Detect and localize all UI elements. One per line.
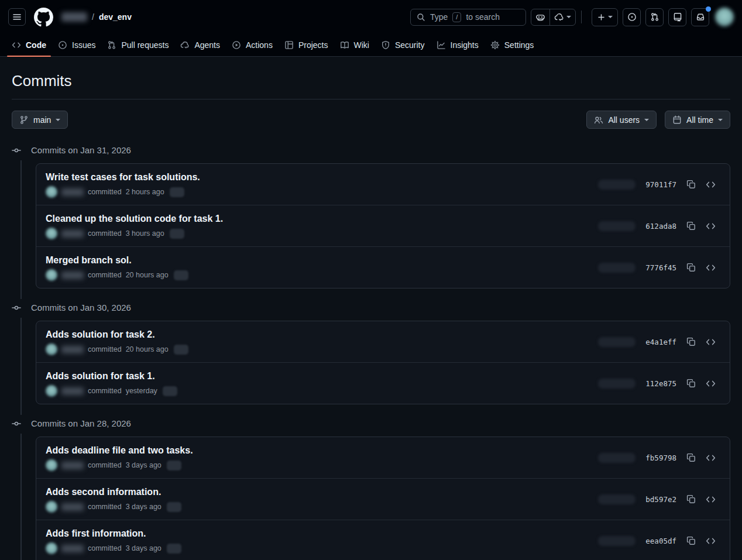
commit-sha-link[interactable]: 112e875 [645, 379, 676, 388]
users-filter-label: All users [608, 115, 640, 125]
tab-actions[interactable]: Actions [226, 34, 279, 56]
time-filter-button[interactable]: All time [665, 111, 730, 129]
copy-sha-button[interactable] [686, 494, 696, 504]
browse-code-button[interactable] [706, 337, 716, 347]
browse-code-button[interactable] [706, 263, 716, 273]
commit-info: Merged branch sol. committed 20 hours ag… [46, 254, 598, 281]
hamburger-menu-button[interactable] [8, 8, 26, 26]
commit-sha-link[interactable]: fb59798 [645, 454, 676, 462]
tab-pull-requests[interactable]: Pull requests [101, 34, 174, 56]
copilot-agents-button[interactable] [549, 9, 575, 25]
tab-insights[interactable]: Insights [431, 34, 485, 56]
browse-code-button[interactable] [706, 221, 716, 231]
author-avatar[interactable] [46, 269, 57, 281]
commit-title-link[interactable]: Merged branch sol. [46, 254, 598, 266]
author-avatar[interactable] [46, 228, 57, 239]
browse-code-button[interactable] [706, 536, 716, 546]
gear-icon [490, 40, 500, 50]
slash-key-hint: / [452, 12, 461, 22]
copilot-button[interactable] [531, 9, 549, 25]
author-avatar[interactable] [46, 459, 57, 471]
copy-sha-button[interactable] [686, 379, 696, 388]
browse-code-button[interactable] [706, 494, 716, 504]
pull-requests-button[interactable] [645, 8, 664, 26]
repo-name-link[interactable]: dev_env [99, 12, 132, 22]
play-circle-icon [232, 40, 241, 50]
commit-title-link[interactable]: Write test cases for task solutions. [46, 171, 598, 183]
commit-title-link[interactable]: Adds deadline file and two tasks. [46, 444, 598, 456]
author-avatar[interactable] [46, 186, 57, 198]
commit-title-link[interactable]: Adds solution for task 1. [46, 370, 598, 382]
search-input[interactable]: Type / to search [410, 9, 526, 26]
browse-code-button[interactable] [706, 453, 716, 463]
user-avatar[interactable] [715, 8, 734, 26]
tab-agents[interactable]: Agents [174, 34, 226, 56]
commit-title-link[interactable]: Cleaned up the solution code for task 1. [46, 212, 598, 225]
commit-meta: committed 20 hours ago [46, 269, 598, 281]
tab-settings[interactable]: Settings [485, 34, 540, 56]
timeline-rail [20, 434, 22, 560]
committed-label: committed [88, 229, 122, 238]
commit-title-link[interactable]: Adds solution for task 2. [46, 328, 598, 341]
meta-badge-redacted [167, 461, 181, 470]
copy-sha-button[interactable] [686, 180, 696, 189]
commit-sha-link[interactable]: 97011f7 [645, 180, 676, 189]
git-branch-icon [19, 115, 29, 125]
author-avatar[interactable] [46, 501, 57, 513]
author-avatar[interactable] [46, 385, 57, 397]
committed-label: committed [88, 461, 122, 469]
copy-icon [686, 494, 696, 504]
code-icon [706, 379, 716, 389]
copy-sha-button[interactable] [686, 337, 696, 346]
copy-sha-button[interactable] [686, 221, 696, 231]
commit-info: Adds deadline file and two tasks. commit… [46, 444, 598, 471]
calendar-icon [672, 115, 682, 125]
tab-code[interactable]: Code [6, 34, 52, 56]
commit-actions: 97011f7 [598, 180, 720, 190]
github-logo[interactable] [34, 8, 53, 27]
users-filter-button[interactable]: All users [586, 111, 657, 129]
tab-label: Actions [246, 40, 273, 50]
branch-name: main [33, 115, 51, 125]
tab-label: Code [26, 40, 46, 50]
author-name-redacted [61, 188, 84, 196]
commit-sha-link[interactable]: 612ada8 [645, 222, 676, 231]
commit-group-date: Commits on Jan 28, 2026 [31, 418, 131, 428]
commit-title-link[interactable]: Adds first information. [46, 527, 598, 540]
commit-title-link[interactable]: Adds second information. [46, 486, 598, 498]
owner-name-redacted[interactable] [61, 12, 87, 22]
create-new-button[interactable] [592, 8, 618, 26]
unread-notification-dot [706, 6, 711, 12]
commit-sha-link[interactable]: bd597e2 [645, 495, 676, 504]
hamburger-icon [12, 12, 22, 22]
copy-sha-button[interactable] [686, 453, 696, 462]
tab-label: Insights [451, 40, 479, 50]
tab-projects[interactable]: Projects [279, 34, 334, 56]
search-icon [417, 13, 425, 22]
branch-selector-button[interactable]: main [12, 111, 68, 129]
browse-code-button[interactable] [706, 379, 716, 389]
saved-items-button[interactable] [668, 8, 686, 26]
commit-meta: committed 2 hours ago [46, 186, 598, 198]
commit-relative-time: yesterday [126, 387, 157, 395]
copy-sha-button[interactable] [686, 536, 696, 545]
status-pill-redacted [598, 221, 635, 231]
issues-button[interactable] [623, 8, 641, 26]
browse-code-button[interactable] [706, 180, 716, 190]
copy-icon [686, 536, 696, 545]
commit-sha-link[interactable]: 7776f45 [645, 263, 676, 272]
inbox-button[interactable] [691, 8, 709, 26]
committed-label: committed [88, 544, 122, 552]
commit-actions: e4a1eff [598, 337, 720, 347]
commit-sha-link[interactable]: e4a1eff [645, 338, 676, 346]
issue-opened-icon [58, 40, 67, 50]
commit-actions: eea05df [598, 536, 720, 546]
tab-wiki[interactable]: Wiki [334, 34, 375, 56]
author-avatar[interactable] [46, 542, 57, 554]
author-name-redacted [61, 462, 84, 469]
commit-sha-link[interactable]: eea05df [645, 537, 676, 545]
author-avatar[interactable] [46, 343, 57, 355]
tab-issues[interactable]: Issues [52, 34, 101, 56]
tab-security[interactable]: Security [375, 34, 431, 56]
copy-sha-button[interactable] [686, 263, 696, 272]
